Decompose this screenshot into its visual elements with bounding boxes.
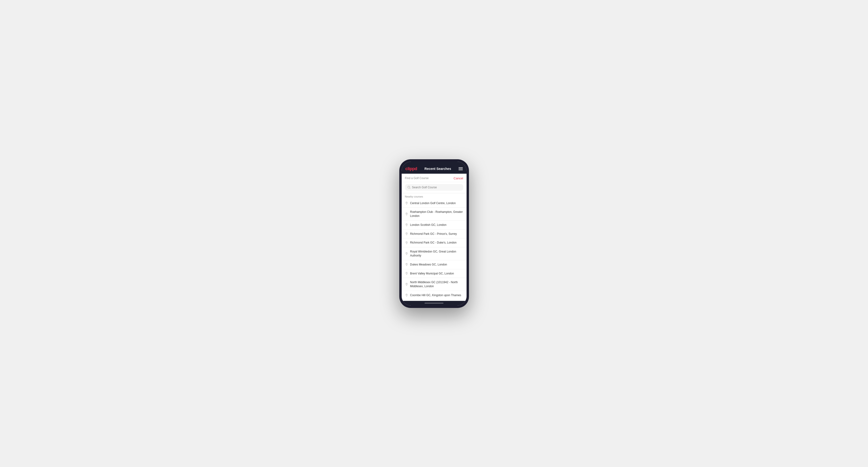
course-name: Coombe Hill GC, Kingston upon Thames bbox=[410, 293, 461, 297]
search-input[interactable] bbox=[412, 186, 461, 189]
svg-point-10 bbox=[406, 284, 407, 284]
location-pin-icon bbox=[405, 201, 408, 205]
phone-screen: clippd Recent Searches Find a Golf Cours… bbox=[402, 162, 467, 306]
content-area: Find a Golf Course Cancel Nearby courses bbox=[402, 174, 467, 301]
home-bar bbox=[425, 303, 443, 304]
svg-point-2 bbox=[406, 202, 407, 203]
course-name: London Scottish GC, London bbox=[410, 223, 446, 227]
nav-bar: clippd Recent Searches bbox=[402, 164, 467, 174]
search-icon bbox=[407, 186, 411, 189]
find-header: Find a Golf Course Cancel bbox=[402, 174, 467, 182]
course-name: Brent Valley Municipal GC, London bbox=[410, 272, 454, 276]
app-logo: clippd bbox=[405, 166, 417, 171]
list-item[interactable]: Coombe Hill GC, Kingston upon Thames bbox=[402, 291, 467, 300]
search-container bbox=[402, 182, 467, 193]
menu-icon[interactable] bbox=[459, 167, 463, 170]
phone-frame: clippd Recent Searches Find a Golf Cours… bbox=[399, 159, 469, 308]
list-item[interactable]: Roehampton Club - Roehampton, Greater Lo… bbox=[402, 208, 467, 221]
list-item[interactable]: Richmond Park GC - Duke's, London bbox=[402, 238, 467, 247]
find-label: Find a Golf Course bbox=[405, 177, 429, 180]
home-indicator bbox=[402, 301, 467, 306]
location-pin-icon bbox=[405, 232, 408, 236]
course-name: North Middlesex GC (1011942 - North Midd… bbox=[410, 280, 463, 288]
course-list: Central London Golf Centre, London Roeha… bbox=[402, 199, 467, 301]
location-pin-icon bbox=[405, 212, 408, 216]
svg-point-4 bbox=[406, 224, 407, 225]
svg-line-1 bbox=[409, 188, 410, 189]
list-item[interactable]: Royal Wimbledon GC, Great London Authori… bbox=[402, 247, 467, 260]
course-name: Central London Golf Centre, London bbox=[410, 201, 456, 205]
course-name: Dukes Meadows GC, London bbox=[410, 262, 447, 267]
svg-point-3 bbox=[406, 213, 407, 214]
svg-point-7 bbox=[406, 253, 407, 254]
list-item[interactable]: London Scottish GC, London bbox=[402, 221, 467, 229]
course-name: Richmond Park GC - Prince's, Surrey bbox=[410, 232, 457, 236]
svg-point-11 bbox=[406, 294, 407, 295]
nav-title: Recent Searches bbox=[425, 167, 451, 170]
location-pin-icon bbox=[405, 241, 408, 245]
list-item[interactable]: Dukes Meadows GC, London bbox=[402, 260, 467, 269]
course-name: Roehampton Club - Roehampton, Greater Lo… bbox=[410, 210, 463, 218]
search-box bbox=[405, 184, 463, 191]
svg-point-8 bbox=[406, 264, 407, 264]
list-item[interactable]: Brent Valley Municipal GC, London bbox=[402, 269, 467, 278]
nearby-label: Nearby courses bbox=[402, 193, 467, 199]
svg-point-6 bbox=[406, 242, 407, 243]
list-item[interactable]: Central London Golf Centre, London bbox=[402, 199, 467, 208]
status-bar bbox=[402, 162, 467, 164]
location-pin-icon bbox=[405, 272, 408, 275]
course-name: Richmond Park GC - Duke's, London bbox=[410, 241, 457, 245]
location-pin-icon bbox=[405, 293, 408, 297]
svg-point-9 bbox=[406, 273, 407, 274]
location-pin-icon bbox=[405, 252, 408, 255]
svg-point-5 bbox=[406, 233, 407, 234]
list-item[interactable]: Richmond Park GC - Prince's, Surrey bbox=[402, 229, 467, 239]
course-name: Royal Wimbledon GC, Great London Authori… bbox=[410, 250, 463, 258]
location-pin-icon bbox=[405, 263, 408, 266]
list-item[interactable]: North Middlesex GC (1011942 - North Midd… bbox=[402, 278, 467, 291]
location-pin-icon bbox=[405, 223, 408, 226]
cancel-button[interactable]: Cancel bbox=[454, 177, 463, 180]
location-pin-icon bbox=[405, 283, 408, 286]
